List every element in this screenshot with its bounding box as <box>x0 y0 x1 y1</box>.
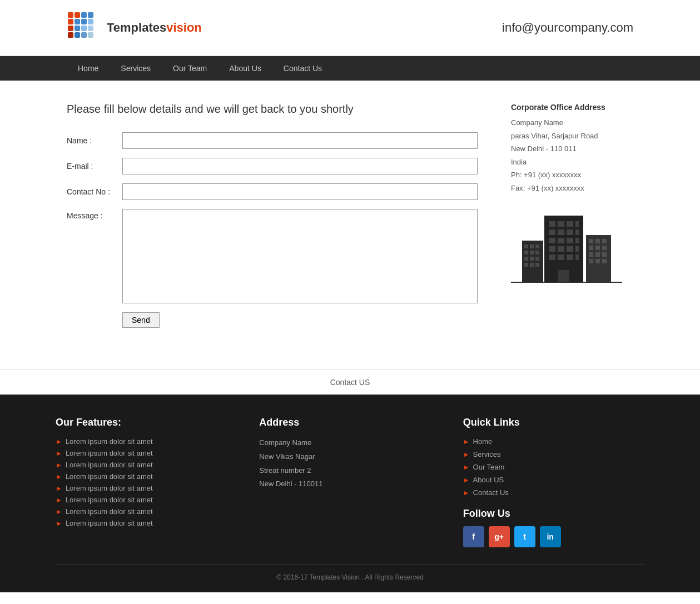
quick-link[interactable]: Our Team <box>473 463 505 471</box>
svg-rect-5 <box>75 19 80 24</box>
quick-link-item: ►About US <box>463 476 644 484</box>
quick-link[interactable]: Contact Us <box>473 488 509 497</box>
svg-rect-54 <box>535 244 539 248</box>
svg-rect-56 <box>530 251 534 254</box>
contact-label: Contact No : <box>67 187 122 196</box>
corporate-address2: New Delhi - 110 011 <box>511 143 633 154</box>
nav-our-team[interactable]: Our Team <box>162 56 218 81</box>
header-email: info@yourcompany.com <box>502 21 633 35</box>
corporate-country: India <box>511 157 633 168</box>
feature-item: ►Lorem ipsum dolor sit amet <box>56 507 237 516</box>
svg-rect-34 <box>558 254 564 260</box>
quick-link-item: ►Home <box>463 437 644 446</box>
quick-link-item: ►Services <box>463 450 644 458</box>
svg-rect-28 <box>575 238 579 243</box>
svg-rect-58 <box>524 257 528 261</box>
building-illustration <box>511 204 633 289</box>
svg-rect-26 <box>558 238 564 243</box>
features-col: Our Features: ►Lorem ipsum dolor sit ame… <box>56 417 237 547</box>
svg-rect-33 <box>549 254 555 260</box>
arrow-icon: ► <box>56 508 62 516</box>
svg-rect-29 <box>549 246 555 252</box>
svg-rect-8 <box>68 26 73 31</box>
footer-bottom: © 2016-17 Templates Vision . All Rights … <box>56 564 644 581</box>
email-input[interactable] <box>122 158 478 174</box>
copyright-text: © 2016-17 Templates Vision . All Rights … <box>276 573 424 581</box>
svg-rect-36 <box>575 254 579 260</box>
svg-rect-49 <box>595 259 600 263</box>
feature-text: Lorem ipsum dolor sit amet <box>66 461 153 469</box>
corporate-phone: Ph: +91 (xx) xxxxxxxx <box>511 169 633 181</box>
svg-rect-4 <box>68 19 73 24</box>
main-content: Please fill below details and we will ge… <box>0 81 700 370</box>
svg-rect-39 <box>589 239 593 243</box>
quick-links-title: Quick Links <box>463 417 644 428</box>
message-row: Message : <box>67 209 478 303</box>
svg-rect-21 <box>549 229 555 235</box>
nav-about-us[interactable]: About Us <box>218 56 272 81</box>
feature-text: Lorem ipsum dolor sit amet <box>66 496 153 504</box>
svg-rect-23 <box>567 229 573 235</box>
svg-rect-59 <box>530 257 534 261</box>
address-col: Address Company Name New Vikas Nagar Str… <box>259 417 440 547</box>
svg-rect-43 <box>595 246 600 250</box>
feature-item: ►Lorem ipsum dolor sit amet <box>56 472 237 481</box>
svg-rect-22 <box>558 229 564 235</box>
svg-rect-35 <box>567 254 573 260</box>
logo-area: Templatesvision <box>67 11 202 44</box>
nav-services[interactable]: Services <box>110 56 162 81</box>
svg-rect-53 <box>530 244 534 248</box>
name-input[interactable] <box>122 132 478 149</box>
svg-rect-24 <box>575 229 579 235</box>
arrow-icon: ► <box>463 463 470 471</box>
features-title: Our Features: <box>56 417 237 428</box>
svg-rect-9 <box>75 26 80 31</box>
quick-link[interactable]: About US <box>473 476 504 484</box>
address-street1: New Vikas Nagar <box>259 451 440 463</box>
svg-rect-0 <box>68 12 73 18</box>
corporate-fax: Fax: +91 (xx) xxxxxxxx <box>511 183 633 194</box>
feature-item: ►Lorem ipsum dolor sit amet <box>56 496 237 504</box>
svg-rect-63 <box>535 263 539 267</box>
nav-home[interactable]: Home <box>67 56 110 81</box>
quick-link[interactable]: Home <box>473 437 493 446</box>
send-button[interactable]: Send <box>122 312 160 328</box>
svg-rect-17 <box>549 221 555 227</box>
follow-title: Follow Us <box>463 508 644 520</box>
arrow-icon: ► <box>56 461 62 469</box>
nav-contact-us[interactable]: Contact Us <box>272 56 333 81</box>
feature-item: ►Lorem ipsum dolor sit amet <box>56 484 237 492</box>
svg-rect-19 <box>567 221 573 227</box>
svg-rect-61 <box>524 263 528 267</box>
arrow-icon: ► <box>463 451 470 458</box>
contact-form-section: Please fill below details and we will ge… <box>67 103 478 347</box>
email-label: E-mail : <box>67 162 122 171</box>
feature-text: Lorem ipsum dolor sit amet <box>66 472 153 481</box>
social-icons: fg+tin <box>463 526 644 547</box>
facebook-button[interactable]: f <box>463 526 484 547</box>
contact-input[interactable] <box>122 183 478 200</box>
feature-item: ►Lorem ipsum dolor sit amet <box>56 449 237 457</box>
address-street2: Streat number 2 <box>259 465 440 477</box>
googleplus-button[interactable]: g+ <box>489 526 510 547</box>
linkedin-button[interactable]: in <box>540 526 561 547</box>
svg-rect-2 <box>81 12 87 18</box>
feature-text: Lorem ipsum dolor sit amet <box>66 449 153 457</box>
svg-rect-52 <box>524 244 528 248</box>
twitter-button[interactable]: t <box>514 526 535 547</box>
feature-text: Lorem ipsum dolor sit amet <box>66 519 153 527</box>
arrow-icon: ► <box>463 438 470 446</box>
logo-text: Templatesvision <box>107 21 202 35</box>
message-textarea[interactable] <box>122 209 478 303</box>
arrow-icon: ► <box>56 485 62 492</box>
message-label: Message : <box>67 209 122 220</box>
arrow-icon: ► <box>56 450 62 457</box>
send-row: Send <box>67 312 478 328</box>
email-row: E-mail : <box>67 158 478 174</box>
building-svg <box>511 204 622 288</box>
quick-link[interactable]: Services <box>473 450 501 458</box>
svg-rect-27 <box>567 238 573 243</box>
arrow-icon: ► <box>463 489 470 497</box>
arrow-icon: ► <box>56 496 62 504</box>
svg-rect-14 <box>81 32 87 38</box>
